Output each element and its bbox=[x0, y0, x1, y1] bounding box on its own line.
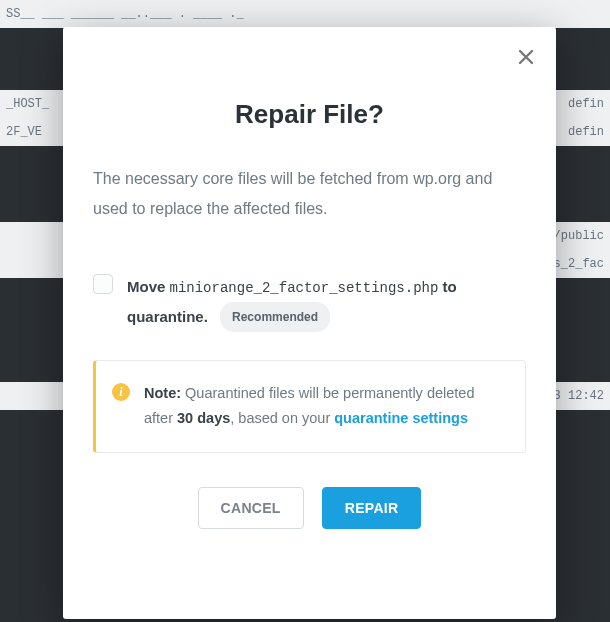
filename: miniorange_2_factor_settings.php bbox=[170, 280, 439, 296]
note-panel: i Note: Quarantined files will be perman… bbox=[93, 360, 526, 453]
close-button[interactable] bbox=[514, 45, 538, 69]
modal-description: The necessary core files will be fetched… bbox=[93, 164, 526, 225]
quarantine-label: Move miniorange_2_factor_settings.php to… bbox=[127, 273, 526, 332]
note-text: Note: Quarantined files will be permanen… bbox=[144, 381, 505, 432]
info-icon: i bbox=[112, 383, 130, 401]
modal-title: Repair File? bbox=[93, 99, 526, 130]
bg-code-row: SS__ ___ ______ __..___ . ____ ._ bbox=[0, 0, 610, 28]
recommended-badge: Recommended bbox=[220, 302, 330, 332]
cancel-button[interactable]: CANCEL bbox=[198, 487, 304, 529]
repair-button[interactable]: REPAIR bbox=[322, 487, 422, 529]
close-icon bbox=[518, 45, 534, 69]
quarantine-option[interactable]: Move miniorange_2_factor_settings.php to… bbox=[93, 273, 526, 332]
quarantine-checkbox[interactable] bbox=[93, 274, 113, 294]
modal-actions: CANCEL REPAIR bbox=[93, 487, 526, 529]
quarantine-settings-link[interactable]: quarantine settings bbox=[334, 410, 468, 426]
repair-file-modal: Repair File? The necessary core files wi… bbox=[63, 27, 556, 619]
